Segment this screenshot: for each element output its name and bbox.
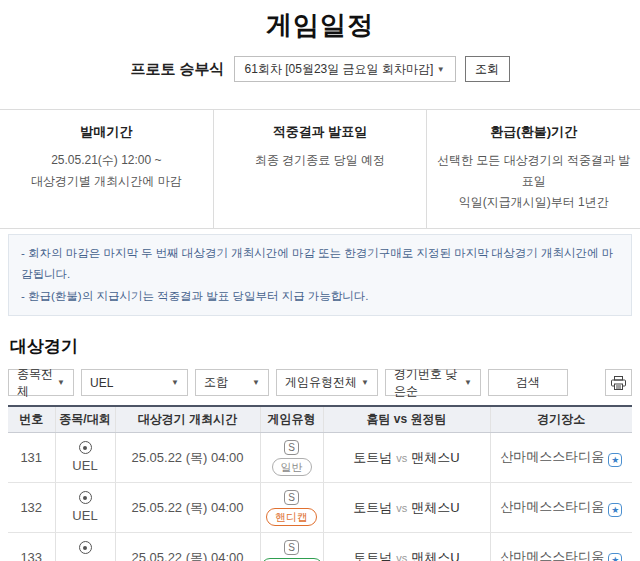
period-info-box: 발매기간 25.05.21(수) 12:00 ~ 대상경기별 개최시간에 마감 … — [0, 109, 640, 229]
game-schedule-page: 게임일정 프로토 승부식 61회차 [05월23일 금요일 회차마감] ▼ 조회… — [0, 0, 640, 561]
games-table: 번호 종목/대회 대상경기 개최시간 게임유형 홈팀 vs 원정팀 경기장소 1… — [8, 405, 632, 561]
notice-line: - 회차의 마감은 마지막 두 번째 대상경기 개최시간에 마감 또는 한경기구… — [21, 243, 619, 286]
refund-period-line1: 선택한 모든 대상경기의 적중결과 발표일 — [433, 150, 634, 192]
round-select-value: 61회차 [05월23일 금요일 회차마감] — [245, 61, 434, 78]
teams-cell: 토트넘vs맨체스U — [323, 433, 490, 483]
header-venue: 경기장소 — [490, 406, 632, 433]
game-type-badge: 핸디캡 — [266, 508, 317, 526]
league-cell: UEL — [55, 433, 115, 483]
soccer-ball-icon — [79, 441, 92, 454]
game-time: 25.05.22 (목) 04:00 — [115, 483, 260, 533]
vs-label: vs — [396, 502, 407, 514]
chevron-down-icon: ▼ — [437, 65, 445, 74]
soccer-ball-icon — [79, 491, 92, 504]
result-date-title: 적중결과 발표일 — [220, 123, 421, 141]
league-filter-select[interactable]: UEL ▼ — [81, 369, 188, 396]
away-team: 맨체스U — [411, 500, 459, 515]
favorite-star-icon[interactable]: ★ — [608, 503, 622, 517]
sport-filter-value: 종목전체 — [17, 366, 57, 400]
venue-link[interactable]: 산마메스스타디움 — [500, 449, 604, 464]
proto-label: 프로토 승부식 — [130, 60, 224, 79]
target-games-title: 대상경기 — [10, 335, 630, 358]
round-select[interactable]: 61회차 [05월23일 금요일 회차마감] ▼ — [234, 56, 456, 82]
sale-period-column: 발매기간 25.05.21(수) 12:00 ~ 대상경기별 개최시간에 마감 — [0, 110, 213, 228]
refund-period-title: 환급(환불)기간 — [433, 123, 634, 141]
header-time: 대상경기 개최시간 — [115, 406, 260, 433]
sale-period-title: 발매기간 — [6, 123, 207, 141]
game-number: 133 — [8, 533, 55, 561]
vs-label: vs — [396, 452, 407, 464]
print-button[interactable] — [605, 369, 632, 396]
venue-cell: 산마메스스타디움★ — [490, 533, 632, 561]
table-header-row: 번호 종목/대회 대상경기 개최시간 게임유형 홈팀 vs 원정팀 경기장소 — [8, 406, 632, 433]
league-cell: UEL — [55, 533, 115, 561]
game-type-cell: S 핸디캡 — [260, 483, 323, 533]
game-number: 132 — [8, 483, 55, 533]
single-badge: S — [284, 440, 299, 455]
venue-link[interactable]: 산마메스스타디움 — [500, 549, 604, 561]
chevron-down-icon: ▼ — [361, 378, 369, 387]
header-teams: 홈팀 vs 원정팀 — [323, 406, 490, 433]
game-time: 25.05.22 (목) 04:00 — [115, 433, 260, 483]
refund-period-column: 환급(환불)기간 선택한 모든 대상경기의 적중결과 발표일 익일(지급개시일)… — [426, 110, 640, 228]
teams-cell: 토트넘vs맨체스U — [323, 533, 490, 561]
table-row: 133 UEL 25.05.22 (목) 04:00 S 언더오버 토트넘vs맨… — [8, 533, 632, 561]
header-type: 게임유형 — [260, 406, 323, 433]
inquiry-button[interactable]: 조회 — [465, 56, 510, 82]
refund-period-line2: 익일(지급개시일)부터 1년간 — [433, 192, 634, 213]
sale-period-line1: 25.05.21(수) 12:00 ~ — [6, 150, 207, 171]
sort-filter-select[interactable]: 경기번호 낮은순 ▼ — [385, 369, 481, 396]
venue-cell: 산마메스스타디움★ — [490, 433, 632, 483]
table-row: 131 UEL 25.05.22 (목) 04:00 S 일반 토트넘vs맨체스… — [8, 433, 632, 483]
vs-label: vs — [396, 552, 407, 561]
game-type-filter-select[interactable]: 게임유형전체 ▼ — [276, 369, 378, 396]
away-team: 맨체스U — [411, 450, 459, 465]
game-time: 25.05.22 (목) 04:00 — [115, 533, 260, 561]
home-team: 토트넘 — [353, 450, 392, 465]
printer-icon — [611, 376, 626, 390]
single-badge: S — [284, 540, 299, 555]
chevron-down-icon: ▼ — [464, 378, 472, 387]
chevron-down-icon: ▼ — [171, 378, 179, 387]
league-label: UEL — [56, 508, 115, 524]
single-badge: S — [284, 490, 299, 505]
teams-cell: 토트넘vs맨체스U — [323, 483, 490, 533]
game-type-cell: S 언더오버 — [260, 533, 323, 561]
chevron-down-icon: ▼ — [252, 378, 260, 387]
page-title: 게임일정 — [0, 0, 640, 43]
venue-link[interactable]: 산마메스스타디움 — [500, 499, 604, 514]
combo-filter-select[interactable]: 조합 ▼ — [195, 369, 269, 396]
league-label: UEL — [56, 458, 115, 474]
home-team: 토트넘 — [353, 500, 392, 515]
game-type-filter-value: 게임유형전체 — [285, 374, 357, 391]
venue-cell: 산마메스스타디움★ — [490, 483, 632, 533]
filter-bar: 종목전체 ▼ UEL ▼ 조합 ▼ 게임유형전체 ▼ 경기번호 낮은순 ▼ 검색 — [8, 369, 632, 397]
favorite-star-icon[interactable]: ★ — [608, 453, 622, 467]
notice-box: - 회차의 마감은 마지막 두 번째 대상경기 개최시간에 마감 또는 한경기구… — [8, 234, 632, 316]
header-league: 종목/대회 — [55, 406, 115, 433]
league-cell: UEL — [55, 483, 115, 533]
chevron-down-icon: ▼ — [57, 378, 65, 387]
game-type-badge: 일반 — [272, 458, 312, 476]
league-filter-value: UEL — [90, 376, 113, 390]
result-date-column: 적중결과 발표일 최종 경기종료 당일 예정 — [213, 110, 427, 228]
away-team: 맨체스U — [411, 550, 459, 561]
search-button[interactable]: 검색 — [488, 369, 568, 396]
soccer-ball-icon — [79, 541, 92, 554]
game-type-cell: S 일반 — [260, 433, 323, 483]
favorite-star-icon[interactable]: ★ — [608, 553, 622, 561]
combo-filter-value: 조합 — [204, 374, 228, 391]
table-row: 132 UEL 25.05.22 (목) 04:00 S 핸디캡 토트넘vs맨체… — [8, 483, 632, 533]
result-date-line1: 최종 경기종료 당일 예정 — [220, 150, 421, 171]
notice-line: - 환급(환불)의 지급시기는 적중결과 발표 당일부터 지급 가능합니다. — [21, 286, 619, 307]
game-number: 131 — [8, 433, 55, 483]
header-no: 번호 — [8, 406, 55, 433]
sport-filter-select[interactable]: 종목전체 ▼ — [8, 369, 74, 396]
proto-round-bar: 프로토 승부식 61회차 [05월23일 금요일 회차마감] ▼ 조회 — [0, 56, 640, 82]
home-team: 토트넘 — [353, 550, 392, 561]
sale-period-line2: 대상경기별 개최시간에 마감 — [6, 171, 207, 192]
sort-filter-value: 경기번호 낮은순 — [394, 366, 464, 400]
